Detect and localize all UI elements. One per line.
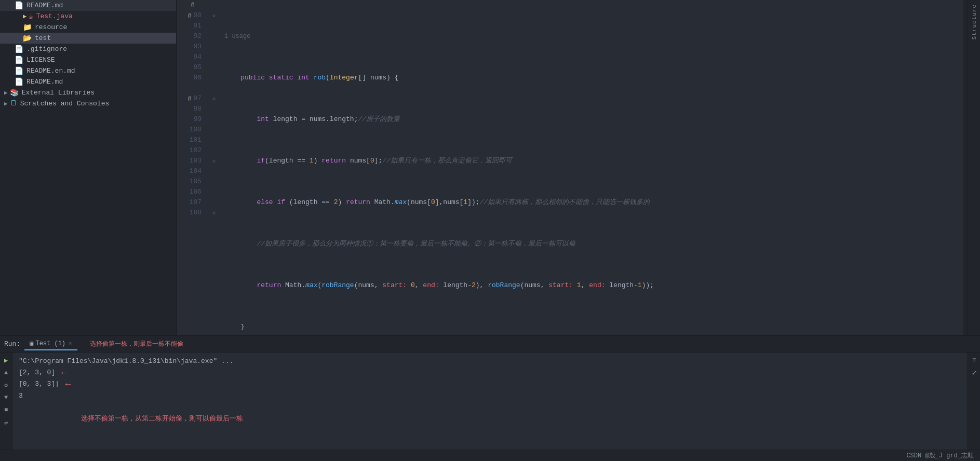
structure-label: Structure	[971, 4, 977, 39]
structure-btn-1[interactable]: ≡	[970, 356, 979, 365]
line-num-97: @ 97	[177, 93, 202, 104]
code-line-94: //如果房子很多，那么分为两种情况①：第一栋要偷，最后一栋不能偷。②：第一栋不偷…	[224, 239, 963, 249]
sidebar-item-test-java[interactable]: ▶ ☕ Test.java	[0, 11, 176, 22]
line-num-90: @ 90	[177, 10, 202, 21]
console-line-3: [0, 3, 3]| ←	[19, 378, 961, 390]
line-num-93: 93	[177, 42, 202, 52]
sidebar-item-gitignore[interactable]: 📄 .gitignore	[0, 44, 176, 55]
editor-scrollbar[interactable]	[963, 0, 968, 335]
line-num-94: 94	[177, 52, 202, 62]
console-line-4: 3	[19, 390, 961, 402]
code-line-93: else if (length == 2) return Math.max(nu…	[224, 197, 963, 208]
line-num-99: 99	[177, 114, 202, 125]
sidebar-item-label: External Libraries	[22, 89, 95, 97]
status-bar: CSDN @殷_J grd_志顺	[0, 450, 980, 461]
code-line-95: return Math.max(robRange(nums, start: 0,…	[224, 280, 963, 291]
console-line-1: "C:\Program Files\Java\jdk1.8.0_131\bin\…	[19, 356, 961, 367]
code-line-92: if(length == 1) return nums[0];//如果只有一栋，…	[224, 156, 963, 166]
sidebar-item-label: test	[35, 34, 51, 42]
scroll-down-button[interactable]: ▼	[2, 393, 11, 402]
code-line-90: public static int rob(Integer[] nums) {	[224, 73, 963, 83]
file-icon: 📄	[15, 56, 23, 64]
editor-area: @ @ 90 91 92 93 94 95 96 @ 97 98	[177, 0, 968, 335]
line-num-96: 96	[177, 73, 202, 83]
expand-icon: ▶	[4, 100, 8, 107]
line-num-98: 98	[177, 104, 202, 114]
sidebar-item-resource[interactable]: 📁 resource	[0, 22, 176, 33]
sidebar-item-label: README.en.md	[26, 67, 75, 75]
structure-panel-right: Structure	[968, 0, 980, 335]
line-num-104: 104	[177, 166, 202, 177]
sidebar-item-label: README.md	[26, 2, 63, 9]
folder-icon: 📁	[23, 23, 32, 32]
sidebar-item-license[interactable]: 📄 LICENSE	[0, 55, 176, 65]
code-lines[interactable]: 1 usage public static int rob(Integer[] …	[220, 0, 963, 335]
run-tab[interactable]: ▣ Test (1) ×	[24, 337, 77, 350]
scratches-icon: 🗒	[10, 99, 17, 107]
usage-indicator: @	[177, 0, 202, 10]
bottom-toolbar: ▶ ▲ ⚙ ▼ ■ ⇄	[0, 352, 12, 450]
sidebar-item-scratches[interactable]: ▶ 🗒 Scratches and Consoles	[0, 98, 176, 109]
settings-button[interactable]: ⚙	[2, 381, 11, 390]
tab-console-icon: ▣	[30, 340, 33, 347]
bottom-panel: Run: ▣ Test (1) × 选择偷第一栋，则最后一栋不能偷 ▶ ▲ ⚙ …	[0, 335, 980, 450]
line-num-108: 108	[177, 208, 202, 218]
wrap-button[interactable]: ⇄	[2, 418, 11, 427]
bottom-annotation: 选择不偷第一栋，从第二栋开始偷，则可以偷最后一栋	[81, 413, 243, 425]
sidebar-item-test[interactable]: 📂 test	[0, 33, 176, 44]
sidebar-item-label: README.md	[26, 78, 63, 86]
main-area: 📄 README.md ▶ ☕ Test.java 📁 resource 📂 t…	[0, 0, 980, 335]
console-output: "C:\Program Files\Java\jdk1.8.0_131\bin\…	[12, 352, 968, 450]
md-icon: 📄	[15, 1, 23, 10]
run-label: Run:	[4, 340, 20, 348]
md-icon: 📄	[15, 77, 23, 86]
arrow-icon: ▶	[23, 12, 26, 20]
bottom-content: ▶ ▲ ⚙ ▼ ■ ⇄ "C:\Program Files\Java\jdk1.…	[0, 352, 980, 450]
sidebar-item-readme-en[interactable]: 📄 README.en.md	[0, 65, 176, 76]
run-button[interactable]: ▶	[2, 356, 11, 365]
sidebar-item-label: .gitignore	[26, 45, 67, 53]
tab-label: Test (1)	[35, 340, 65, 347]
status-text: CSDN @殷_J grd_志顺	[906, 451, 974, 460]
line-num-107: 107	[177, 197, 202, 208]
sidebar-item-label: resource	[35, 23, 67, 31]
bookmark-90: ◇	[208, 10, 220, 21]
expand-icon: ▶	[4, 89, 8, 96]
sidebar-item-label: LICENSE	[26, 56, 55, 64]
sidebar-item-ext-libs[interactable]: ▶ 📚 External Libraries	[0, 87, 176, 98]
line-numbers: @ @ 90 91 92 93 94 95 96 @ 97 98	[177, 0, 208, 335]
gutter: ◇ ◇ ◇ ◇	[208, 0, 220, 335]
red-arrow-console-2: ←	[65, 378, 71, 390]
sidebar-item-readme-root[interactable]: 📄 README.md	[0, 0, 176, 11]
md-icon: 📄	[15, 66, 23, 75]
line-num-92: 92	[177, 31, 202, 42]
bookmark-108: ◇	[208, 208, 220, 218]
sidebar-item-label: Scratches and Consoles	[20, 100, 110, 107]
scroll-up-button[interactable]: ▲	[2, 368, 11, 377]
bottom-right-structure: ≡ ⤢	[968, 352, 980, 450]
bookmark-97: ◇	[208, 93, 220, 104]
structure-btn-2[interactable]: ⤢	[970, 368, 979, 377]
sidebar-item-readme[interactable]: 📄 README.md	[0, 76, 176, 87]
tab-annotation-top: 选择偷第一栋，则最后一栋不能偷	[90, 340, 183, 348]
line-num-103: 103	[177, 156, 202, 166]
java-icon: ☕	[29, 12, 33, 21]
library-icon: 📚	[10, 88, 19, 97]
console-line-2: [2, 3, 0] ←	[19, 367, 961, 378]
line-num-100: 100	[177, 125, 202, 135]
line-num-102: 102	[177, 145, 202, 156]
bookmark-103: ◇	[208, 156, 220, 166]
line-num-106: 106	[177, 187, 202, 197]
line-num-91: 91	[177, 21, 202, 31]
folder-green-icon: 📂	[23, 34, 32, 43]
file-icon: 📄	[15, 45, 23, 53]
tab-close-button[interactable]: ×	[69, 341, 72, 347]
stop-button[interactable]: ■	[2, 405, 11, 415]
code-container[interactable]: @ @ 90 91 92 93 94 95 96 @ 97 98	[177, 0, 968, 335]
code-line-91: int length = nums.length;//房子的数量	[224, 114, 963, 125]
sidebar: 📄 README.md ▶ ☕ Test.java 📁 resource 📂 t…	[0, 0, 177, 335]
line-num-95: 95	[177, 62, 202, 73]
line-num-101: 101	[177, 135, 202, 145]
red-arrow-console-1: ←	[61, 367, 67, 378]
line-num-105: 105	[177, 177, 202, 187]
